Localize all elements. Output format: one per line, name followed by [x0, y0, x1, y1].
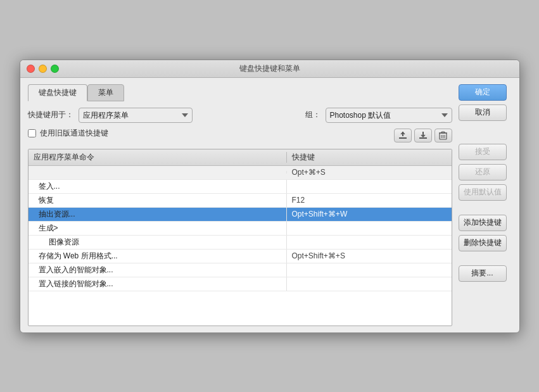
tab-menu[interactable]: 菜单: [87, 84, 124, 101]
cell-cmd: 图像资源: [29, 236, 287, 249]
table-row[interactable]: 图像资源: [29, 236, 452, 250]
trash-icon: [439, 131, 447, 140]
accept-button[interactable]: 接受: [459, 144, 507, 160]
shortcut-for-label: 快捷键用于：: [28, 110, 73, 120]
traffic-lights: [27, 65, 59, 73]
upload-icon-btn[interactable]: [394, 129, 412, 142]
upload-icon: [398, 131, 407, 140]
cell-shortcut: F12: [287, 194, 452, 206]
table-row[interactable]: Opt+⌘+S: [29, 166, 452, 180]
group-label: 组：: [305, 110, 320, 120]
cell-cmd: 置入嵌入的智能对象...: [29, 263, 287, 277]
checkbox-label: 使用旧版通道快捷键: [40, 128, 108, 139]
cell-shortcut: Opt+Shift+⌘+S: [287, 250, 452, 262]
close-button[interactable]: [27, 65, 35, 73]
delete-shortcut-button[interactable]: 删除快捷键: [459, 235, 507, 251]
table-row[interactable]: 置入链接的智能对象...: [29, 277, 452, 291]
controls-row: 快捷键用于： 应用程序菜单 组： Photoshop 默认值: [28, 108, 452, 123]
table-row[interactable]: 恢复 F12: [29, 194, 452, 208]
group-select[interactable]: Photoshop 默认值: [326, 108, 452, 123]
cell-shortcut: [287, 227, 452, 229]
checkbox-row: 使用旧版通道快捷键: [28, 128, 108, 139]
table-row[interactable]: 签入...: [29, 180, 452, 194]
cancel-button[interactable]: 取消: [459, 104, 507, 121]
shortcut-for-select[interactable]: 应用程序菜单: [79, 108, 193, 123]
cell-cmd: 生成>: [29, 222, 287, 235]
table-body[interactable]: Opt+⌘+S 签入... 恢复 F12 抽出资源...: [29, 166, 452, 326]
title-bar: 键盘快捷键和菜单: [20, 60, 519, 78]
tabs-row: 键盘快捷键 菜单: [28, 84, 452, 101]
confirm-button[interactable]: 确定: [459, 84, 507, 101]
table-row[interactable]: 置入嵌入的智能对象...: [29, 263, 452, 277]
table-row[interactable]: 存储为 Web 所用格式... Opt+Shift+⌘+S: [29, 250, 452, 263]
cell-cmd: 置入链接的智能对象...: [29, 277, 287, 291]
cell-shortcut: [287, 185, 452, 187]
restore-button[interactable]: 还原: [459, 164, 507, 180]
download-icon: [419, 131, 428, 140]
table-row[interactable]: 抽出资源... Opt+Shift+⌘+W: [29, 208, 452, 222]
cell-cmd: 抽出资源...: [29, 208, 287, 221]
right-panel: 确定 取消 接受 还原 使用默认值 添加快捷键 删除快捷键 摘要...: [459, 84, 512, 326]
cell-shortcut: [287, 269, 452, 271]
cell-shortcut: Opt+⌘+S: [287, 167, 452, 178]
trash-icon-btn[interactable]: [434, 129, 452, 142]
svg-rect-3: [422, 132, 424, 136]
cell-shortcut: Opt+Shift+⌘+W: [287, 208, 452, 220]
cell-shortcut: [287, 241, 452, 243]
main-area: 键盘快捷键 菜单 快捷键用于： 应用程序菜单 组： Photoshop 默认值: [28, 84, 452, 326]
cell-cmd: 签入...: [29, 180, 287, 193]
shortcut-table: 应用程序菜单命令 快捷键 Opt+⌘+S 签入...: [28, 149, 452, 326]
cell-cmd: 恢复: [29, 194, 287, 207]
maximize-button[interactable]: [51, 65, 59, 73]
legacy-shortcut-checkbox[interactable]: [28, 129, 36, 137]
use-default-button[interactable]: 使用默认值: [459, 184, 507, 201]
col-header-cmd: 应用程序菜单命令: [29, 152, 287, 163]
cell-cmd: 存储为 Web 所用格式...: [29, 250, 287, 263]
cell-cmd: [29, 171, 287, 174]
icon-buttons: [394, 129, 452, 142]
window-title: 键盘快捷键和菜单: [239, 63, 300, 74]
main-window: 键盘快捷键和菜单 键盘快捷键 菜单 快捷键用于： 应用程序菜单 组： Photo…: [20, 60, 520, 333]
summary-button[interactable]: 摘要...: [459, 265, 507, 282]
svg-rect-0: [399, 137, 407, 139]
table-header: 应用程序菜单命令 快捷键: [29, 149, 452, 166]
col-header-shortcut: 快捷键: [287, 152, 452, 163]
table-row[interactable]: 生成>: [29, 222, 452, 236]
tab-shortcuts[interactable]: 键盘快捷键: [28, 84, 87, 101]
add-shortcut-button[interactable]: 添加快捷键: [459, 215, 507, 231]
download-icon-btn[interactable]: [414, 129, 432, 142]
minimize-button[interactable]: [39, 65, 47, 73]
svg-rect-2: [419, 137, 427, 139]
cell-shortcut: [287, 282, 452, 285]
